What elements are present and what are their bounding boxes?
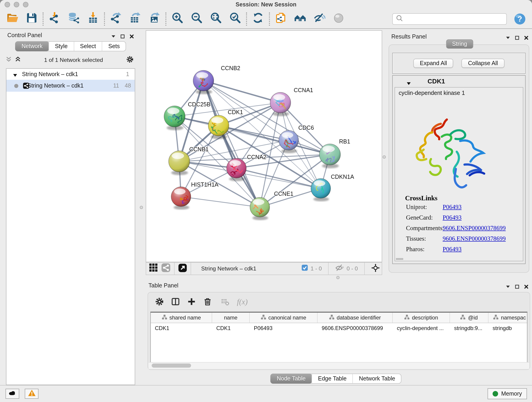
search-input[interactable] bbox=[405, 15, 504, 22]
column-header-canonical-name[interactable]: canonical name bbox=[250, 313, 317, 323]
table-row[interactable]: CDK1CDK1P064939606.ENSP00000378699cyclin… bbox=[151, 323, 527, 333]
right-splitter-handle[interactable] bbox=[383, 155, 386, 159]
panel-maximize-icon[interactable] bbox=[515, 283, 520, 291]
tab-select[interactable]: Select bbox=[74, 42, 102, 51]
crosslink-link[interactable]: 9606.ENSP00000378699 bbox=[443, 225, 523, 232]
hidden-elements-eye-icon[interactable] bbox=[335, 263, 344, 274]
export-table-button[interactable] bbox=[127, 12, 143, 26]
horizontal-splitter-handle[interactable] bbox=[336, 276, 340, 279]
edge-CCNB2-CCNA1[interactable] bbox=[203, 81, 280, 103]
panel-close-icon[interactable] bbox=[524, 34, 529, 42]
fit-selection-crosshair-icon[interactable] bbox=[371, 263, 380, 274]
cloud-button[interactable] bbox=[6, 389, 19, 399]
entry-disclosure-icon[interactable] bbox=[406, 79, 411, 88]
save-session-button[interactable] bbox=[24, 12, 39, 26]
column-header-namespac[interactable]: namespac bbox=[488, 313, 527, 323]
tab-style[interactable]: Style bbox=[49, 42, 74, 51]
panel-maximize-icon[interactable] bbox=[515, 34, 520, 42]
node-HIST1H1A[interactable] bbox=[171, 187, 191, 210]
expand-all-networks-icon[interactable] bbox=[15, 56, 21, 64]
delete-column-icon[interactable] bbox=[203, 297, 212, 308]
node-CCNE1[interactable] bbox=[250, 197, 270, 220]
import-table-file-button[interactable] bbox=[85, 12, 101, 26]
collapse-all-networks-icon[interactable] bbox=[6, 56, 12, 64]
entry-scrollbar-stub[interactable] bbox=[396, 258, 403, 260]
node-CCNB1[interactable] bbox=[169, 151, 190, 175]
node-CCNA2[interactable] bbox=[227, 158, 246, 181]
panel-float-icon[interactable] bbox=[111, 32, 116, 41]
node-label-CDKN1A: CDKN1A bbox=[331, 173, 354, 180]
crosslink-link[interactable]: P06493 bbox=[443, 204, 523, 211]
left-splitter-handle[interactable] bbox=[140, 206, 143, 209]
glass-sphere-button[interactable] bbox=[331, 12, 346, 26]
export-network-button[interactable] bbox=[108, 12, 124, 26]
import-network-file-button[interactable] bbox=[47, 12, 62, 26]
selected-nodes-checkbox-icon[interactable] bbox=[302, 264, 308, 273]
node-CDK1[interactable] bbox=[208, 115, 229, 139]
panel-close-icon[interactable] bbox=[129, 32, 134, 41]
open-session-button[interactable] bbox=[5, 12, 20, 26]
zoom-fit-button[interactable] bbox=[208, 12, 224, 26]
column-header--id[interactable]: @id bbox=[450, 313, 488, 323]
node-CCNA1[interactable] bbox=[270, 92, 291, 116]
refresh-view-button[interactable] bbox=[250, 12, 266, 26]
collection-disclosure-icon[interactable] bbox=[13, 72, 17, 79]
crosslink-link[interactable]: 9606.ENSP00000378699 bbox=[443, 235, 523, 242]
crosslink-link[interactable]: P06493 bbox=[443, 246, 523, 253]
tab-sets[interactable]: Sets bbox=[102, 42, 126, 51]
zoom-out-button[interactable] bbox=[189, 12, 204, 26]
network-options-gear-icon[interactable] bbox=[126, 55, 134, 65]
column-header-name[interactable]: name bbox=[212, 313, 250, 323]
column-header-shared-name[interactable]: shared name bbox=[151, 313, 212, 323]
string-home-button[interactable] bbox=[292, 12, 308, 26]
warnings-button[interactable] bbox=[25, 389, 38, 399]
panel-close-icon[interactable] bbox=[524, 283, 529, 291]
current-network-dot-icon bbox=[14, 84, 18, 88]
tab-network[interactable]: Network bbox=[15, 41, 49, 51]
import-network-database-button[interactable] bbox=[66, 12, 82, 26]
zoom-selected-button[interactable] bbox=[227, 12, 243, 26]
tab-node-table[interactable]: Node Table bbox=[270, 374, 312, 384]
node-CDC25B[interactable] bbox=[164, 106, 185, 130]
collapse-all-button[interactable]: Collapse All bbox=[462, 59, 505, 68]
tab-string[interactable]: String bbox=[446, 39, 473, 49]
table-options-gear-icon[interactable] bbox=[155, 297, 164, 308]
window-minimize-button[interactable] bbox=[14, 2, 19, 7]
tab-network-table[interactable]: Network Table bbox=[353, 374, 401, 383]
crosslink-label: GeneCard: bbox=[406, 214, 443, 221]
node-CDC6[interactable] bbox=[279, 130, 298, 154]
column-header-database-identifier[interactable]: database identifier bbox=[317, 313, 393, 323]
search-box[interactable] bbox=[392, 13, 507, 25]
help-button[interactable]: ? bbox=[514, 13, 526, 25]
zoom-in-button[interactable] bbox=[170, 12, 185, 26]
window-maximize-button[interactable] bbox=[23, 2, 28, 7]
edge-CCNB2-CCNE1[interactable] bbox=[203, 81, 260, 207]
crosslink-link[interactable]: P06493 bbox=[443, 214, 523, 221]
add-column-icon[interactable] bbox=[187, 297, 196, 308]
control-panel-title: Control Panel bbox=[7, 32, 42, 38]
table-horizontal-scrollbar[interactable] bbox=[148, 362, 529, 369]
panel-maximize-icon[interactable] bbox=[120, 32, 125, 41]
open-in-window-icon[interactable] bbox=[178, 263, 187, 274]
show-columns-icon[interactable] bbox=[171, 297, 180, 308]
export-image-button[interactable] bbox=[147, 12, 162, 26]
window-close-button[interactable] bbox=[5, 2, 10, 7]
share-document-button[interactable] bbox=[273, 12, 289, 26]
scrollbar-thumb[interactable] bbox=[152, 364, 191, 368]
network-collection-row[interactable]: String Network – cdk1 1 bbox=[6, 69, 135, 80]
tab-edge-table[interactable]: Edge Table bbox=[312, 374, 353, 383]
string-badge-icon[interactable] bbox=[161, 263, 171, 274]
enhanced-graphics-button[interactable] bbox=[312, 12, 327, 26]
node-CDKN1A[interactable] bbox=[302, 179, 331, 201]
panel-float-icon[interactable] bbox=[505, 283, 510, 291]
node-RB1[interactable] bbox=[319, 144, 341, 168]
edge-HIST1H1A-CCNE1[interactable] bbox=[181, 197, 260, 207]
network-canvas[interactable]: CCNB2CCNA1CDC25BCDK1CDC6RB1CCNB1CCNA2CDK… bbox=[146, 30, 382, 262]
node-CCNB2[interactable] bbox=[193, 70, 214, 97]
grid-view-icon[interactable] bbox=[149, 263, 158, 274]
panel-float-icon[interactable] bbox=[505, 34, 510, 42]
network-row-selected[interactable]: String Network – cdk1 11 48 bbox=[6, 80, 135, 92]
expand-all-button[interactable]: Expand All bbox=[413, 59, 453, 68]
column-header-description[interactable]: description bbox=[393, 313, 450, 323]
memory-button[interactable]: Memory bbox=[488, 388, 527, 399]
